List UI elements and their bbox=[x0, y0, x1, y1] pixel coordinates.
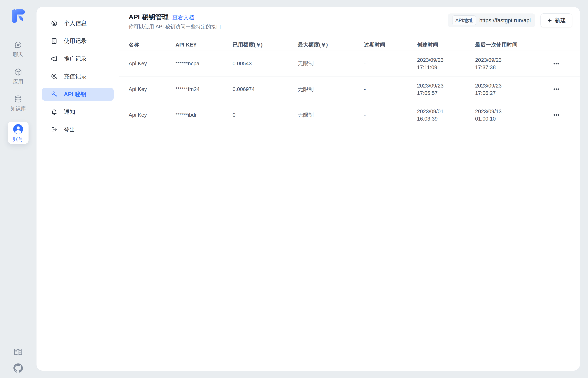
col-header-created: 创建时间 bbox=[417, 41, 475, 48]
fastgpt-logo-icon[interactable] bbox=[12, 9, 25, 23]
table-row: Api Key ******ibdr 0 无限制 - 2023/09/01 16… bbox=[119, 102, 580, 128]
cell-max: 无限制 bbox=[298, 86, 364, 93]
cell-name: Api Key bbox=[128, 60, 176, 67]
rail-item-label: 应用 bbox=[13, 78, 23, 85]
key-icon bbox=[51, 91, 58, 98]
cell-created: 2023/09/01 16:03:39 bbox=[417, 108, 475, 122]
cell-used: 0 bbox=[232, 112, 298, 118]
rail-item-knowledge[interactable]: 知识库 bbox=[5, 95, 31, 112]
menu-item-label: 个人信息 bbox=[64, 19, 87, 27]
cell-last-used: 2023/09/23 17:06:27 bbox=[475, 82, 541, 97]
bell-icon bbox=[51, 108, 58, 115]
rail-item-label: 知识库 bbox=[11, 105, 26, 112]
recharge-yen-icon bbox=[51, 73, 58, 80]
account-side-menu: 个人信息 使用记录 bbox=[37, 7, 119, 371]
rail-footer bbox=[0, 347, 36, 373]
more-icon bbox=[554, 88, 559, 90]
more-actions-button[interactable] bbox=[551, 61, 561, 67]
left-rail: 聊天 应用 知识库 bbox=[0, 0, 36, 378]
app-root: 聊天 应用 知识库 bbox=[0, 0, 588, 378]
user-icon bbox=[51, 20, 58, 27]
menu-item-label: 使用记录 bbox=[64, 37, 87, 45]
apps-cube-icon bbox=[14, 68, 23, 77]
rail-item-chat[interactable]: 聊天 bbox=[5, 40, 31, 58]
logout-icon bbox=[51, 126, 58, 133]
create-key-label: 新建 bbox=[555, 17, 566, 24]
menu-item-label: 推广记录 bbox=[64, 55, 87, 63]
account-avatar-icon bbox=[12, 123, 24, 135]
view-docs-link[interactable]: 查看文档 bbox=[172, 14, 194, 21]
api-keys-table: 名称 API KEY 已用额度(￥) 最大额度(￥) 过期时间 创建时间 最后一… bbox=[119, 39, 580, 128]
more-icon bbox=[554, 114, 559, 116]
title-block: API 秘钥管理 查看文档 你可以使用 API 秘钥访问一些特定的接口 bbox=[128, 13, 221, 30]
chat-icon bbox=[14, 40, 23, 49]
cell-last-used: 2023/09/23 17:37:38 bbox=[475, 56, 541, 71]
cell-expire: - bbox=[364, 86, 417, 92]
rail-item-apps[interactable]: 应用 bbox=[5, 68, 31, 85]
rail-item-label: 聊天 bbox=[13, 51, 23, 58]
knowledge-db-icon bbox=[14, 95, 23, 104]
cell-expire: - bbox=[364, 112, 417, 118]
more-icon bbox=[554, 63, 559, 65]
menu-item-label: 登出 bbox=[64, 126, 75, 134]
menu-item-label: 充值记录 bbox=[64, 73, 87, 80]
page-subtitle: 你可以使用 API 秘钥访问一些特定的接口 bbox=[128, 23, 221, 30]
cell-max: 无限制 bbox=[298, 111, 364, 119]
menu-item-api-keys[interactable]: API 秘钥 bbox=[42, 88, 114, 101]
cell-api-key: ******ncpa bbox=[176, 60, 232, 67]
menu-item-recharge[interactable]: 充值记录 bbox=[42, 70, 114, 83]
api-address-box[interactable]: API地址 https://fastgpt.run/api bbox=[448, 14, 535, 27]
more-actions-button[interactable] bbox=[551, 86, 561, 92]
menu-item-profile[interactable]: 个人信息 bbox=[42, 17, 114, 30]
cell-created: 2023/09/23 17:11:09 bbox=[417, 56, 475, 71]
menu-item-logout[interactable]: 登出 bbox=[42, 123, 114, 136]
cell-last-used: 2023/09/13 01:00:10 bbox=[475, 108, 541, 122]
menu-item-label: API 秘钥 bbox=[64, 90, 86, 98]
menu-item-notifications[interactable]: 通知 bbox=[42, 106, 114, 119]
more-actions-button[interactable] bbox=[551, 112, 561, 118]
table-header-row: 名称 API KEY 已用额度(￥) 最大额度(￥) 过期时间 创建时间 最后一… bbox=[119, 39, 580, 51]
content-header: API 秘钥管理 查看文档 你可以使用 API 秘钥访问一些特定的接口 API地… bbox=[119, 13, 580, 30]
table-row: Api Key ******fm24 0.006974 无限制 - 2023/0… bbox=[119, 77, 580, 102]
docs-book-icon[interactable] bbox=[13, 347, 23, 357]
cell-name: Api Key bbox=[128, 86, 176, 92]
col-header-expire: 过期时间 bbox=[364, 41, 417, 48]
usage-record-icon bbox=[51, 38, 58, 44]
header-actions: API地址 https://fastgpt.run/api 新建 bbox=[448, 14, 572, 27]
cell-created: 2023/09/23 17:05:57 bbox=[417, 82, 475, 97]
col-header-max: 最大额度(￥) bbox=[298, 41, 364, 48]
cell-used: 0.006974 bbox=[232, 86, 298, 92]
api-keys-content: API 秘钥管理 查看文档 你可以使用 API 秘钥访问一些特定的接口 API地… bbox=[119, 7, 580, 371]
cell-used: 0.00543 bbox=[232, 60, 298, 67]
menu-item-promotion[interactable]: 推广记录 bbox=[42, 52, 114, 65]
table-row: Api Key ******ncpa 0.00543 无限制 - 2023/09… bbox=[119, 51, 580, 77]
api-address-badge: API地址 bbox=[452, 15, 476, 25]
menu-item-usage[interactable]: 使用记录 bbox=[42, 34, 114, 48]
col-header-name: 名称 bbox=[128, 41, 176, 48]
cell-name: Api Key bbox=[128, 112, 176, 118]
cell-api-key: ******fm24 bbox=[176, 86, 232, 92]
menu-item-label: 通知 bbox=[64, 108, 75, 116]
github-icon[interactable] bbox=[13, 363, 23, 373]
cell-api-key: ******ibdr bbox=[176, 112, 232, 118]
create-key-button[interactable]: 新建 bbox=[540, 14, 572, 27]
rail-nav: 聊天 应用 知识库 bbox=[5, 40, 31, 144]
col-header-last-used: 最后一次使用时间 bbox=[475, 41, 541, 48]
rail-item-account[interactable]: 账号 bbox=[8, 122, 28, 144]
main-card: 个人信息 使用记录 bbox=[36, 7, 580, 371]
rail-item-label: 账号 bbox=[13, 136, 23, 143]
col-header-used: 已用额度(￥) bbox=[232, 41, 298, 48]
promotion-megaphone-icon bbox=[51, 55, 58, 62]
page-title: API 秘钥管理 bbox=[128, 13, 168, 22]
col-header-api-key: API KEY bbox=[176, 42, 232, 48]
cell-max: 无限制 bbox=[298, 60, 364, 67]
plus-icon bbox=[547, 18, 552, 23]
api-address-value: https://fastgpt.run/api bbox=[479, 17, 531, 24]
cell-expire: - bbox=[364, 60, 417, 67]
